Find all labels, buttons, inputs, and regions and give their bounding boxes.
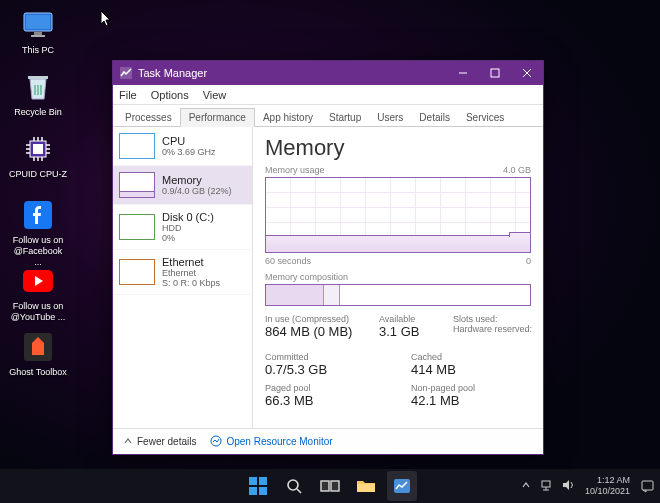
desktop-icon-this-pc[interactable]: This PC xyxy=(8,8,68,56)
sidebar-item-memory[interactable]: Memory 0.9/4.0 GB (22%) xyxy=(113,166,252,205)
sidebar-sub: 0.9/4.0 GB (22%) xyxy=(162,186,232,196)
window-footer: Fewer details Open Resource Monitor xyxy=(113,428,543,454)
desktop-icon-youtube[interactable]: Follow us on @YouTube ... xyxy=(8,264,68,323)
svg-rect-41 xyxy=(642,481,653,490)
sidebar-sub: Ethernet xyxy=(162,268,220,278)
stat-label: In use (Compressed) xyxy=(265,314,375,324)
detail-heading: Memory xyxy=(265,135,531,161)
tab-app-history[interactable]: App history xyxy=(255,109,321,126)
tray-chevron-icon[interactable] xyxy=(521,480,531,492)
svg-rect-34 xyxy=(321,481,329,491)
notifications-button[interactable] xyxy=(640,479,654,493)
usage-label: Memory usage xyxy=(265,165,325,175)
close-button[interactable] xyxy=(511,61,543,85)
task-manager-icon xyxy=(119,66,133,80)
desktop-icon-facebook[interactable]: Follow us on @Facebook ... xyxy=(8,198,68,267)
stat-label: Paged pool xyxy=(265,383,383,393)
memory-composition-chart xyxy=(265,284,531,306)
menu-options[interactable]: Options xyxy=(151,89,189,101)
svg-point-32 xyxy=(288,480,298,490)
svg-rect-3 xyxy=(31,35,45,37)
stat-value: 3.1 GB xyxy=(379,324,449,344)
tab-services[interactable]: Services xyxy=(458,109,512,126)
minimize-button[interactable] xyxy=(447,61,479,85)
volume-icon[interactable] xyxy=(561,479,575,493)
composition-label: Memory composition xyxy=(265,272,531,282)
task-manager-taskbar-button[interactable] xyxy=(387,471,417,501)
svg-rect-6 xyxy=(33,144,43,154)
tab-details[interactable]: Details xyxy=(411,109,458,126)
desktop-icon-ghost-toolbox[interactable]: Ghost Toolbox xyxy=(8,330,68,378)
sidebar-label: CPU xyxy=(162,135,216,147)
menu-file[interactable]: File xyxy=(119,89,137,101)
taskbar-clock[interactable]: 1:12 AM 10/10/2021 xyxy=(585,475,630,497)
task-view-button[interactable] xyxy=(315,471,345,501)
svg-rect-24 xyxy=(491,69,499,77)
fewer-details-label: Fewer details xyxy=(137,436,196,447)
maximize-button[interactable] xyxy=(479,61,511,85)
search-button[interactable] xyxy=(279,471,309,501)
stat-value: 0.7/5.3 GB xyxy=(265,362,383,377)
recycle-bin-icon xyxy=(21,70,55,104)
sidebar-sub: HDD xyxy=(162,223,214,233)
svg-rect-31 xyxy=(259,487,267,495)
sidebar-sub2: 0% xyxy=(162,233,214,243)
sidebar-item-ethernet[interactable]: Ethernet Ethernet S: 0 R: 0 Kbps xyxy=(113,250,252,295)
network-icon[interactable] xyxy=(539,479,553,493)
svg-rect-30 xyxy=(249,487,257,495)
desktop-icon-label: Follow us on @Facebook ... xyxy=(9,235,67,267)
axis-left: 60 seconds xyxy=(265,256,311,266)
svg-rect-1 xyxy=(26,15,50,29)
sidebar-label: Disk 0 (C:) xyxy=(162,211,214,223)
stat-value: 66.3 MB xyxy=(265,393,383,408)
desktop-icon-label: This PC xyxy=(22,45,54,56)
sidebar-item-disk[interactable]: Disk 0 (C:) HDD 0% xyxy=(113,205,252,250)
svg-rect-38 xyxy=(542,481,550,487)
clock-time: 1:12 AM xyxy=(585,475,630,486)
svg-line-33 xyxy=(297,489,301,493)
cpu-thumb-icon xyxy=(119,133,155,159)
desktop-icon-label: CPUID CPU-Z xyxy=(9,169,67,180)
sidebar-item-cpu[interactable]: CPU 0% 3.69 GHz xyxy=(113,127,252,166)
toolbox-icon xyxy=(21,330,55,364)
svg-rect-35 xyxy=(331,481,339,491)
disk-thumb-icon xyxy=(119,214,155,240)
tab-performance[interactable]: Performance xyxy=(180,108,255,127)
memory-thumb-icon xyxy=(119,172,155,198)
youtube-icon xyxy=(21,264,55,298)
desktop-icon-cpuz[interactable]: CPUID CPU-Z xyxy=(8,132,68,180)
desktop-icon-label: Recycle Bin xyxy=(14,107,62,118)
stat-label: Cached xyxy=(411,352,531,362)
sidebar-sub2: S: 0 R: 0 Kbps xyxy=(162,278,220,288)
window-title: Task Manager xyxy=(138,67,447,79)
system-tray: 1:12 AM 10/10/2021 xyxy=(521,475,654,497)
menu-view[interactable]: View xyxy=(203,89,227,101)
stat-value: 414 MB xyxy=(411,362,531,377)
desktop-icon-recycle-bin[interactable]: Recycle Bin xyxy=(8,70,68,118)
desktop-icon-label: Ghost Toolbox xyxy=(9,367,66,378)
desktop-icon-label: Follow us on @YouTube ... xyxy=(9,301,67,323)
memory-usage-chart xyxy=(265,177,531,253)
tab-bar: Processes Performance App history Startu… xyxy=(113,105,543,127)
fewer-details-button[interactable]: Fewer details xyxy=(123,436,196,448)
tab-processes[interactable]: Processes xyxy=(117,109,180,126)
file-explorer-button[interactable] xyxy=(351,471,381,501)
open-resource-monitor-link[interactable]: Open Resource Monitor xyxy=(210,435,332,449)
start-button[interactable] xyxy=(243,471,273,501)
svg-rect-29 xyxy=(259,477,267,485)
titlebar[interactable]: Task Manager xyxy=(113,61,543,85)
svg-rect-2 xyxy=(34,32,42,35)
stat-value: 864 MB (0 MB) xyxy=(265,324,375,344)
stat-label: Slots used: xyxy=(453,314,543,324)
tab-startup[interactable]: Startup xyxy=(321,109,369,126)
stat-label: Hardware reserved: xyxy=(453,324,543,344)
ethernet-thumb-icon xyxy=(119,259,155,285)
detail-pane: Memory Memory usage 4.0 GB 60 seconds 0 … xyxy=(253,127,543,428)
sidebar-sub: 0% 3.69 GHz xyxy=(162,147,216,157)
svg-rect-36 xyxy=(357,484,375,492)
facebook-icon xyxy=(21,198,55,232)
clock-date: 10/10/2021 xyxy=(585,486,630,497)
svg-rect-28 xyxy=(249,477,257,485)
tab-users[interactable]: Users xyxy=(369,109,411,126)
stat-label: Committed xyxy=(265,352,383,362)
